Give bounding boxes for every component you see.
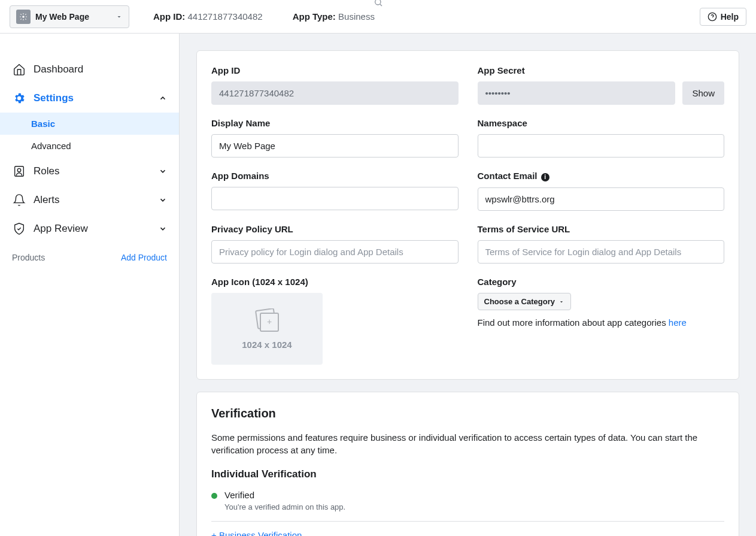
header-app-id: App ID: 441271877340482 <box>153 11 263 22</box>
namespace-field[interactable] <box>478 134 725 158</box>
contact-email-label: Contact Email i <box>478 171 725 181</box>
add-product-link[interactable]: Add Product <box>121 253 167 262</box>
chevron-down-icon <box>159 167 167 175</box>
sidebar-subitem-basic[interactable]: Basic <box>0 113 179 135</box>
svg-point-2 <box>22 16 25 18</box>
app-selector[interactable]: My Web Page <box>10 5 129 28</box>
app-domains-field[interactable] <box>211 187 459 210</box>
gear-icon <box>12 91 26 105</box>
business-verification-link[interactable]: + Business Verification <box>211 530 724 536</box>
help-button[interactable]: Help <box>700 8 746 26</box>
sidebar-subitem-advanced[interactable]: Advanced <box>31 135 179 157</box>
sidebar-item-alerts[interactable]: Alerts <box>0 186 179 214</box>
tos-url-label: Terms of Service URL <box>478 224 725 234</box>
svg-text:+: + <box>267 317 272 326</box>
app-secret-field <box>478 81 676 105</box>
app-icon-upload[interactable]: + 1024 x 1024 <box>211 293 323 365</box>
namespace-label: Namespace <box>478 118 725 128</box>
help-icon <box>708 12 717 22</box>
app-domains-label: App Domains <box>211 171 459 181</box>
divider <box>211 521 724 522</box>
app-icon <box>16 10 31 24</box>
verification-desc: Some permissions and features require bu… <box>211 431 724 456</box>
chevron-down-icon <box>159 225 167 233</box>
verification-status: Verified You're a verified admin on this… <box>211 490 724 511</box>
home-icon <box>12 62 26 77</box>
search-icon <box>374 0 383 7</box>
sidebar-products: Products Add Product <box>0 243 179 272</box>
main-content: App ID App Secret Show Display Name <box>180 34 756 536</box>
sidebar-item-settings[interactable]: Settings <box>0 84 179 113</box>
svg-rect-5 <box>15 166 24 177</box>
app-selector-name: My Web Page <box>35 12 116 22</box>
status-subtext: You're a verified admin on this app. <box>224 502 345 511</box>
chevron-down-icon <box>116 13 123 20</box>
shield-check-icon <box>12 222 26 236</box>
basic-settings-card: App ID App Secret Show Display Name <box>196 50 739 380</box>
show-secret-button[interactable]: Show <box>682 81 724 105</box>
individual-verification-title: Individual Verification <box>211 468 724 480</box>
header: My Web Page App ID: 441271877340482 App … <box>0 0 756 34</box>
header-info: App ID: 441271877340482 App Type: Busine… <box>153 11 375 22</box>
sidebar: Dashboard Settings Basic Advanced Roles <box>0 34 180 536</box>
svg-point-6 <box>17 168 21 172</box>
svg-point-0 <box>375 0 380 5</box>
app-id-field <box>211 81 459 105</box>
info-icon: i <box>541 173 549 181</box>
verification-card: Verification Some permissions and featur… <box>196 392 739 536</box>
app-secret-label: App Secret <box>478 65 725 75</box>
display-name-field[interactable] <box>211 134 459 158</box>
category-hint-link[interactable]: here <box>669 317 687 328</box>
contact-email-field[interactable] <box>478 187 725 211</box>
header-app-type: App Type: Business <box>293 11 375 22</box>
app-icon-label: App Icon (1024 x 1024) <box>211 277 459 287</box>
category-hint: Find out more information about app cate… <box>478 317 725 328</box>
app-id-label: App ID <box>211 65 459 75</box>
sidebar-item-dashboard[interactable]: Dashboard <box>0 55 179 84</box>
privacy-url-label: Privacy Policy URL <box>211 224 459 234</box>
category-select[interactable]: Choose a Category <box>478 293 571 310</box>
tos-url-field[interactable] <box>478 240 725 264</box>
chevron-down-icon <box>159 196 167 204</box>
privacy-url-field[interactable] <box>211 240 459 264</box>
svg-line-1 <box>380 4 382 6</box>
status-dot-icon <box>211 493 217 499</box>
category-label: Category <box>478 277 725 287</box>
chevron-up-icon <box>159 94 167 102</box>
display-name-label: Display Name <box>211 118 459 128</box>
sidebar-item-roles[interactable]: Roles <box>0 157 179 186</box>
caret-down-icon <box>558 299 564 305</box>
bell-icon <box>12 193 26 207</box>
verification-title: Verification <box>211 407 724 420</box>
image-upload-icon: + <box>252 308 282 334</box>
status-text: Verified <box>224 490 345 500</box>
sidebar-item-app-review[interactable]: App Review <box>0 214 179 243</box>
roles-icon <box>12 164 26 178</box>
